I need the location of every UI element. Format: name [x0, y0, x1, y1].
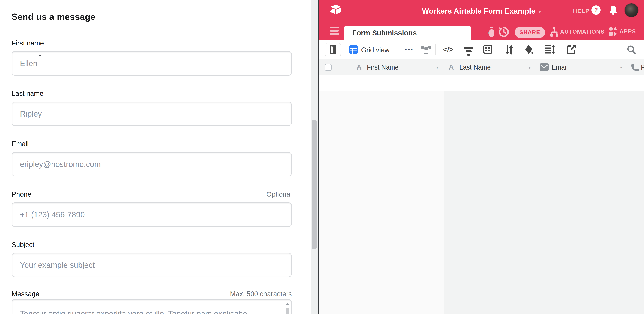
column-header-email[interactable]: Email	[552, 64, 568, 71]
last-name-field-head: Last name	[12, 90, 292, 97]
grid-view-icon	[349, 45, 358, 54]
add-row[interactable]: +	[319, 75, 644, 91]
filter-icon[interactable]	[464, 47, 473, 57]
toolbar-divider	[436, 44, 436, 55]
automations-icon	[550, 26, 558, 37]
column-divider[interactable]	[537, 59, 537, 75]
column-divider[interactable]	[444, 59, 444, 75]
view-sidebar-toggle-button[interactable]	[325, 43, 341, 56]
airtable-logo-icon[interactable]	[330, 5, 342, 15]
text-field-type-icon: A	[357, 63, 362, 71]
text-field-type-icon: A	[449, 63, 454, 71]
base-title-wrap[interactable]: Workers Airtable Form Example ▾	[422, 7, 541, 15]
column-divider	[444, 91, 444, 314]
email-field-head: Email	[12, 140, 292, 148]
column-divider[interactable]	[629, 59, 629, 75]
history-icon[interactable]	[499, 27, 509, 37]
message-maxchars-note: Max. 500 characters	[230, 290, 292, 298]
sort-icon[interactable]	[505, 45, 514, 55]
automations-button[interactable]: AUTOMATIONS	[550, 26, 604, 37]
sidebar-menu-icon[interactable]	[330, 27, 339, 35]
group-icon[interactable]	[483, 45, 492, 54]
airtable-pane: Workers Airtable Form Example ▾ HELP ? F…	[319, 0, 644, 314]
screen: Send us a message First name Ellen Last …	[0, 0, 644, 314]
panel-icon	[330, 45, 336, 54]
share-button[interactable]: SHARE	[515, 27, 545, 38]
base-title-caret-icon[interactable]: ▾	[538, 8, 541, 15]
grid-empty-area	[319, 91, 644, 314]
phone-field-type-icon	[631, 63, 639, 71]
subject-placeholder: Your example subject	[20, 260, 95, 269]
contact-form-pane: Send us a message First name Ellen Last …	[0, 0, 310, 314]
last-name-placeholder: Ripley	[20, 109, 42, 118]
share-view-icon[interactable]	[566, 45, 576, 54]
first-name-input[interactable]: Ellen	[12, 51, 292, 76]
first-name-label: First name	[12, 39, 44, 47]
grid-rows-gutter	[319, 91, 444, 314]
subject-field-head: Subject	[12, 241, 292, 248]
first-name-placeholder: Ellen	[20, 59, 37, 68]
row-height-icon[interactable]	[545, 45, 555, 54]
base-title: Workers Airtable Form Example	[422, 7, 535, 15]
automations-label: AUTOMATIONS	[560, 28, 604, 35]
view-name[interactable]: Grid view	[361, 46, 390, 54]
table-tab-label: Form Submissions	[352, 29, 417, 37]
add-row-plus-icon[interactable]: +	[325, 77, 331, 89]
email-input[interactable]: eripley@nostromo.com	[12, 152, 292, 176]
last-name-label: Last name	[12, 90, 44, 97]
message-text: Tenetur optio quaerat expedita vero et i…	[20, 309, 274, 314]
textarea-scrollbar[interactable]	[285, 301, 290, 314]
email-label: Email	[12, 140, 29, 148]
apps-button[interactable]: APPS	[609, 26, 636, 36]
form-title: Send us a message	[12, 12, 96, 22]
collaborators-icon[interactable]	[420, 45, 432, 55]
apps-label: APPS	[620, 28, 636, 35]
email-placeholder: eripley@nostromo.com	[20, 160, 101, 169]
hide-fields-icon[interactable]: </>	[443, 46, 454, 54]
phone-input[interactable]: +1 (123) 456-7890	[12, 202, 292, 227]
phone-field-head: Phone Optional	[12, 190, 292, 198]
column-header-last-name[interactable]: Last Name	[459, 64, 491, 71]
first-name-field-head: First name	[12, 39, 292, 47]
column-header-phone[interactable]: Phone	[641, 64, 644, 71]
help-question-icon[interactable]: ?	[592, 6, 601, 15]
phone-optional-note: Optional	[266, 190, 292, 198]
textarea-scroll-thumb[interactable]	[286, 308, 289, 314]
message-field-head: Message Max. 500 characters	[12, 290, 292, 298]
phone-label: Phone	[12, 190, 32, 198]
scroll-up-arrow-icon[interactable]	[286, 302, 289, 305]
trash-icon[interactable]	[488, 27, 496, 37]
column-caret-icon[interactable]: ▾	[620, 65, 622, 70]
tab-form-submissions[interactable]: Form Submissions ▾	[344, 26, 471, 40]
email-field-type-icon	[540, 63, 549, 71]
subject-input[interactable]: Your example subject	[12, 253, 292, 277]
user-avatar[interactable]	[624, 3, 638, 18]
apps-icon	[609, 26, 618, 36]
last-name-input[interactable]: Ripley	[12, 102, 292, 126]
message-label: Message	[12, 290, 39, 298]
message-textarea[interactable]: Tenetur optio quaerat expedita vero et i…	[12, 299, 292, 314]
help-button[interactable]: HELP	[573, 8, 590, 14]
form-pane-scrollbar[interactable]	[311, 0, 318, 314]
select-all-checkbox[interactable]	[325, 64, 332, 71]
view-toolbar: Grid view ••• </>	[319, 40, 644, 59]
view-more-icon[interactable]: •••	[405, 47, 414, 53]
color-icon[interactable]	[524, 45, 534, 55]
grid-header-row: A First Name ▾ A Last Name ▾ Email ▾ Pho…	[319, 59, 644, 75]
column-header-first-name[interactable]: First Name	[367, 64, 398, 71]
phone-placeholder: +1 (123) 456-7890	[20, 210, 85, 219]
subject-label: Subject	[12, 241, 34, 248]
column-caret-icon[interactable]: ▾	[529, 65, 531, 70]
notifications-bell-icon[interactable]	[609, 6, 618, 15]
form-pane-scroll-thumb[interactable]	[312, 120, 317, 249]
column-caret-icon[interactable]: ▾	[436, 65, 438, 70]
text-cursor-icon	[38, 55, 41, 62]
airtable-topbar: Workers Airtable Form Example ▾ HELP ? F…	[319, 0, 644, 40]
search-icon[interactable]	[627, 45, 636, 54]
column-divider	[444, 75, 444, 91]
